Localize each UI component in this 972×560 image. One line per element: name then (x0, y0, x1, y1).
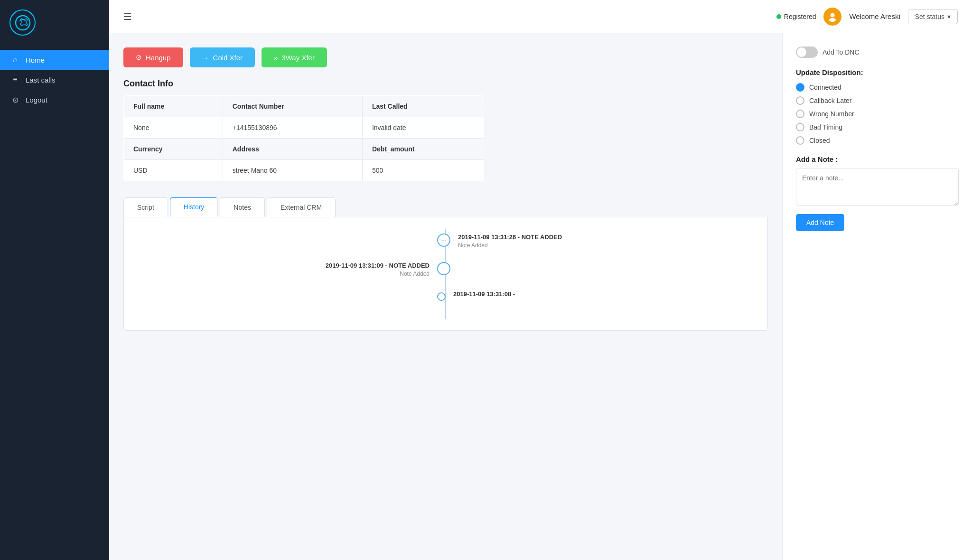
tab-content: ··· 2019-11-09 13:31:26 - NOTE ADDED Not… (123, 217, 768, 331)
add-note-button[interactable]: Add Note (796, 214, 844, 231)
sidebar-item-last-calls[interactable]: ≡ Last calls (0, 70, 109, 90)
welcome-text: Welcome Areski (849, 12, 900, 20)
radio-connected[interactable]: Connected (796, 83, 959, 92)
3way-xfer-icon: » (274, 54, 278, 62)
home-icon: ⌂ (10, 56, 20, 64)
sidebar-item-logout-label: Logout (26, 96, 47, 104)
sidebar: ⌂ Home ≡ Last calls ⊙ Logout (0, 0, 109, 560)
main-content: ⊘ Hangup → Cold Xfer » 3Way Xfer Contact… (109, 33, 782, 560)
contact-table: Full name Contact Number Last Called Non… (123, 95, 484, 181)
hangup-icon: ⊘ (136, 53, 142, 62)
timeline-sub-1: Note Added (458, 242, 752, 249)
avatar (823, 8, 841, 26)
3way-xfer-button[interactable]: » 3Way Xfer (262, 47, 327, 67)
3way-xfer-label: 3Way Xfer (281, 54, 314, 62)
disposition-title: Update Disposition: (796, 68, 959, 76)
radio-label-wrong: Wrong Number (809, 110, 854, 118)
timeline: ··· 2019-11-09 13:31:26 - NOTE ADDED Not… (135, 229, 756, 319)
radio-label-bad-timing: Bad Timing (809, 123, 842, 131)
cold-xfer-label: Cold Xfer (213, 54, 243, 62)
timeline-item-2: 2019-11-09 13:31:09 - NOTE ADDED Note Ad… (135, 262, 756, 277)
contact-info-title: Contact Info (123, 79, 768, 89)
table-row: None +14155130896 Invalid date (124, 117, 484, 139)
logout-icon: ⊙ (10, 95, 20, 104)
cell-last-called: Invalid date (362, 117, 484, 139)
radio-bad-timing[interactable]: Bad Timing (796, 123, 959, 131)
timeline-content-left-2: 2019-11-09 13:31:09 - NOTE ADDED Note Ad… (135, 262, 437, 277)
tab-history[interactable]: History (170, 197, 218, 217)
main-wrapper: ☰ Registered Welcome Areski Set status ▾ (109, 0, 972, 560)
timeline-title-1: 2019-11-09 13:31:26 - NOTE ADDED (458, 233, 752, 241)
radio-circle-callback (796, 96, 804, 105)
dnc-label: Add To DNC (822, 48, 860, 56)
cold-xfer-button[interactable]: → Cold Xfer (190, 47, 255, 67)
col-contact-number: Contact Number (223, 96, 362, 117)
tab-notes[interactable]: Notes (220, 197, 265, 217)
table-row: USD street Mano 60 500 (124, 160, 484, 181)
set-status-button[interactable]: Set status ▾ (908, 9, 958, 24)
hangup-button[interactable]: ⊘ Hangup (123, 47, 183, 67)
tab-external-crm[interactable]: External CRM (267, 197, 336, 217)
cell-fullname: None (124, 117, 223, 139)
tab-script[interactable]: Script (123, 197, 168, 217)
action-buttons: ⊘ Hangup → Cold Xfer » 3Way Xfer (123, 47, 768, 67)
last-calls-icon: ≡ (10, 75, 20, 84)
radio-label-closed: Closed (809, 137, 830, 144)
radio-circle-closed (796, 136, 804, 145)
cell-debt: 500 (362, 160, 484, 181)
note-textarea[interactable] (796, 168, 959, 206)
radio-circle-bad-timing (796, 123, 804, 131)
timeline-content-right-3: 2019-11-09 13:31:08 - (446, 290, 748, 298)
sidebar-item-last-calls-label: Last calls (26, 76, 56, 84)
right-panel: Add To DNC Update Disposition: Connected… (782, 33, 972, 560)
radio-closed[interactable]: Closed (796, 136, 959, 145)
timeline-content-right-1: 2019-11-09 13:31:26 - NOTE ADDED Note Ad… (450, 233, 752, 249)
col-address: Address (223, 139, 362, 160)
cold-xfer-icon: → (202, 54, 209, 62)
timeline-item-1: ··· 2019-11-09 13:31:26 - NOTE ADDED Not… (135, 233, 756, 249)
hangup-label: Hangup (146, 54, 171, 62)
sidebar-item-home-label: Home (26, 56, 45, 64)
chevron-down-icon: ▾ (947, 13, 951, 20)
sidebar-nav: ⌂ Home ≡ Last calls ⊙ Logout (0, 45, 109, 110)
timeline-dot-2: ··· (437, 262, 450, 275)
content-area: ⊘ Hangup → Cold Xfer » 3Way Xfer Contact… (109, 33, 972, 560)
hamburger-icon[interactable]: ☰ (123, 11, 132, 22)
timeline-sub-2: Note Added (135, 271, 430, 277)
cell-currency: USD (124, 160, 223, 181)
sidebar-item-logout[interactable]: ⊙ Logout (0, 90, 109, 110)
radio-label-callback: Callback Later (809, 97, 852, 104)
radio-label-connected: Connected (809, 84, 841, 91)
sidebar-item-home[interactable]: ⌂ Home (0, 50, 109, 70)
radio-wrong-number[interactable]: Wrong Number (796, 110, 959, 118)
dnc-toggle-row: Add To DNC (796, 47, 959, 58)
tabs-bar: Script History Notes External CRM (123, 197, 768, 217)
radio-callback[interactable]: Callback Later (796, 96, 959, 105)
svg-point-2 (829, 18, 836, 22)
cell-address: street Mano 60 (223, 160, 362, 181)
header-right: Registered Welcome Areski Set status ▾ (776, 8, 958, 26)
toggle-knob (797, 47, 806, 57)
radio-circle-wrong (796, 110, 804, 118)
svg-point-1 (831, 13, 835, 17)
svg-point-0 (16, 16, 30, 30)
header: ☰ Registered Welcome Areski Set status ▾ (109, 0, 972, 33)
col-last-called: Last Called (362, 96, 484, 117)
note-title: Add a Note : (796, 155, 959, 163)
col-currency: Currency (124, 139, 223, 160)
timeline-dot-1: ··· (437, 233, 450, 247)
cell-contact-number: +14155130896 (223, 117, 362, 139)
col-fullname: Full name (124, 96, 223, 117)
dnc-toggle-switch[interactable] (796, 47, 818, 58)
header-left: ☰ (123, 11, 132, 22)
timeline-title-3: 2019-11-09 13:31:08 - (453, 290, 748, 298)
logo-icon (9, 9, 36, 36)
registered-label: Registered (784, 13, 816, 20)
tabs-section: Script History Notes External CRM (123, 197, 768, 331)
registered-dot (776, 14, 781, 19)
sidebar-logo (0, 0, 109, 45)
table-row: Currency Address Debt_amount (124, 139, 484, 160)
timeline-dot-3 (437, 292, 446, 301)
registered-badge: Registered (776, 13, 816, 20)
timeline-item-3: 2019-11-09 13:31:08 - (135, 290, 756, 301)
